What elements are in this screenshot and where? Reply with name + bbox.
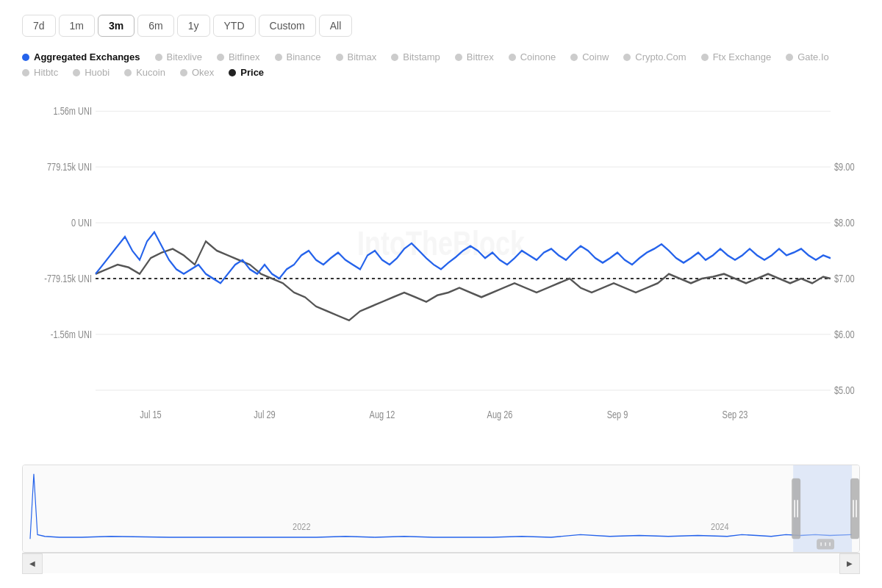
legend-dot-kucoin bbox=[124, 69, 132, 76]
main-container: 7d1m3m6m1yYTDCustomAll Aggregated Exchan… bbox=[0, 0, 882, 588]
svg-text:$5.00: $5.00 bbox=[834, 385, 855, 397]
chart-area: 1.56m UNI 779.15k UNI 0 UNI -779.15k UNI… bbox=[22, 93, 860, 573]
legend-item-ftx[interactable]: Ftx Exchange bbox=[701, 51, 772, 62]
legend-dot-ftx bbox=[701, 54, 709, 61]
legend-dot-huobi bbox=[73, 69, 80, 76]
legend-label-cryptocom: Crypto.Com bbox=[635, 51, 686, 62]
main-chart-svg: 1.56m UNI 779.15k UNI 0 UNI -779.15k UNI… bbox=[22, 93, 860, 465]
svg-text:0 UNI: 0 UNI bbox=[71, 218, 92, 229]
legend-dot-coinone bbox=[509, 54, 516, 61]
svg-text:$8.00: $8.00 bbox=[834, 218, 855, 229]
svg-text:$9.00: $9.00 bbox=[834, 162, 855, 173]
legend-item-bitexlive[interactable]: Bitexlive bbox=[155, 51, 202, 62]
svg-text:-779.15k UNI: -779.15k UNI bbox=[44, 273, 92, 285]
scroll-controls: ◀ ▶ bbox=[22, 553, 860, 573]
legend-label-ftx: Ftx Exchange bbox=[713, 51, 772, 62]
svg-text:Sep 9: Sep 9 bbox=[607, 409, 628, 421]
legend-label-aggregated: Aggregated Exchanges bbox=[34, 51, 140, 62]
legend-item-coinw[interactable]: Coinw bbox=[570, 51, 609, 62]
legend-label-bittrex: Bittrex bbox=[467, 51, 494, 62]
legend-dot-price bbox=[229, 69, 236, 76]
legend-dot-hitbtc bbox=[22, 69, 29, 76]
legend-item-price[interactable]: Price bbox=[229, 67, 264, 78]
legend-item-binance[interactable]: Binance bbox=[275, 51, 321, 62]
legend-dot-bitfinex bbox=[217, 54, 224, 61]
legend-dot-bittrex bbox=[455, 54, 462, 61]
svg-text:2024: 2024 bbox=[711, 522, 729, 533]
time-btn-ytd[interactable]: YTD bbox=[213, 15, 256, 37]
legend-label-huobi: Huobi bbox=[85, 67, 110, 78]
svg-text:IntoTheBlock: IntoTheBlock bbox=[357, 225, 525, 262]
legend-item-okex[interactable]: Okex bbox=[180, 67, 214, 78]
legend-item-bittrex[interactable]: Bittrex bbox=[455, 51, 494, 62]
time-btn-6m[interactable]: 6m bbox=[137, 15, 173, 37]
svg-text:$7.00: $7.00 bbox=[834, 273, 855, 285]
legend-label-price: Price bbox=[240, 67, 264, 78]
svg-text:2022: 2022 bbox=[293, 522, 311, 533]
legend-item-bitmax[interactable]: Bitmax bbox=[336, 51, 377, 62]
svg-text:-1.56m UNI: -1.56m UNI bbox=[51, 329, 92, 341]
legend-item-gateio[interactable]: Gate.Io bbox=[786, 51, 829, 62]
mini-chart-area: 2022 2024 bbox=[22, 465, 860, 553]
svg-text:Aug 26: Aug 26 bbox=[487, 409, 513, 421]
time-btn-3m[interactable]: 3m bbox=[98, 15, 135, 37]
legend-dot-aggregated bbox=[22, 54, 29, 61]
legend-item-huobi[interactable]: Huobi bbox=[73, 67, 110, 78]
legend-label-bitexlive: Bitexlive bbox=[167, 51, 202, 62]
svg-text:Jul 15: Jul 15 bbox=[140, 409, 161, 421]
legend-label-bitmax: Bitmax bbox=[348, 51, 377, 62]
main-chart-wrapper: 1.56m UNI 779.15k UNI 0 UNI -779.15k UNI… bbox=[22, 93, 860, 465]
svg-text:779.15k UNI: 779.15k UNI bbox=[47, 162, 92, 173]
svg-text:Jul 29: Jul 29 bbox=[254, 409, 275, 421]
svg-rect-31 bbox=[850, 478, 859, 539]
legend-dot-cryptocom bbox=[623, 54, 631, 61]
time-btn-1y[interactable]: 1y bbox=[177, 15, 210, 37]
legend-label-kucoin: Kucoin bbox=[136, 67, 165, 78]
legend-item-coinone[interactable]: Coinone bbox=[509, 51, 556, 62]
legend: Aggregated ExchangesBitexliveBitfinexBin… bbox=[22, 51, 860, 78]
legend-label-okex: Okex bbox=[192, 67, 214, 78]
svg-text:Sep 23: Sep 23 bbox=[723, 409, 748, 421]
legend-item-cryptocom[interactable]: Crypto.Com bbox=[623, 51, 686, 62]
legend-dot-coinw bbox=[570, 54, 578, 61]
legend-dot-okex bbox=[180, 69, 187, 76]
legend-label-binance: Binance bbox=[287, 51, 321, 62]
legend-label-bitstamp: Bitstamp bbox=[403, 51, 440, 62]
time-btn-all[interactable]: All bbox=[319, 15, 353, 37]
legend-dot-gateio bbox=[786, 54, 793, 61]
scroll-right-button[interactable]: ▶ bbox=[839, 553, 860, 574]
svg-rect-28 bbox=[792, 478, 800, 539]
legend-label-coinw: Coinw bbox=[582, 51, 609, 62]
legend-label-coinone: Coinone bbox=[520, 51, 556, 62]
legend-item-kucoin[interactable]: Kucoin bbox=[124, 67, 165, 78]
svg-text:1.56m UNI: 1.56m UNI bbox=[53, 106, 92, 118]
legend-item-bitstamp[interactable]: Bitstamp bbox=[391, 51, 440, 62]
svg-rect-27 bbox=[793, 465, 852, 552]
legend-label-gateio: Gate.Io bbox=[797, 51, 829, 62]
mini-chart-svg: 2022 2024 bbox=[23, 465, 859, 552]
legend-item-bitfinex[interactable]: Bitfinex bbox=[217, 51, 260, 62]
scroll-left-button[interactable]: ◀ bbox=[22, 553, 43, 574]
time-range-bar: 7d1m3m6m1yYTDCustomAll bbox=[22, 15, 860, 37]
svg-text:Aug 12: Aug 12 bbox=[370, 409, 395, 421]
time-btn-7d[interactable]: 7d bbox=[22, 15, 56, 37]
legend-dot-bitexlive bbox=[155, 54, 162, 61]
time-btn-custom[interactable]: Custom bbox=[259, 15, 316, 37]
legend-dot-binance bbox=[275, 54, 282, 61]
legend-item-hitbtc[interactable]: Hitbtc bbox=[22, 67, 58, 78]
scroll-track bbox=[43, 553, 839, 573]
legend-label-bitfinex: Bitfinex bbox=[229, 51, 260, 62]
time-btn-1m[interactable]: 1m bbox=[59, 15, 95, 37]
legend-dot-bitmax bbox=[336, 54, 343, 61]
legend-item-aggregated[interactable]: Aggregated Exchanges bbox=[22, 51, 140, 62]
svg-text:$6.00: $6.00 bbox=[834, 329, 855, 341]
legend-dot-bitstamp bbox=[391, 54, 398, 61]
svg-rect-24 bbox=[23, 465, 859, 552]
legend-label-hitbtc: Hitbtc bbox=[34, 67, 58, 78]
